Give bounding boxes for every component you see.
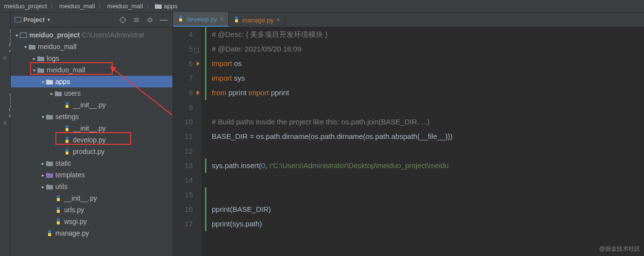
crumb-2[interactable]: meiduo_mall (107, 2, 143, 10)
tree-urls-py[interactable]: urls.py (11, 204, 172, 216)
tree-users[interactable]: ▸users (11, 87, 172, 99)
tree-root[interactable]: ▾ meiduo_project C:\Users\Administrat (11, 29, 172, 41)
tree-init-settings[interactable]: __init__.py (11, 122, 172, 134)
svg-rect-9 (20, 33, 26, 37)
folder-icon (28, 43, 36, 51)
editor-tabs: develop.py× manage.py× (173, 13, 644, 27)
python-file-icon (63, 148, 71, 155)
tree-logs[interactable]: ▸logs (11, 52, 172, 64)
folder-icon (155, 3, 162, 9)
watermark: @掘金技术社区 (599, 245, 640, 253)
tree-manage-py[interactable]: manage.py (11, 227, 172, 239)
tree-product-py[interactable]: product.py (11, 146, 172, 157)
python-file-icon (234, 17, 239, 24)
project-panel: Project ▼ — ▾ meiduo_project C:\Users\Ad… (11, 13, 173, 256)
editor-area: develop.py× manage.py× 45678910111213141… (173, 13, 644, 256)
tree-init-apps[interactable]: __init__.py (11, 99, 172, 111)
python-file-icon (63, 124, 71, 132)
tree-meiduo-mall-inner[interactable]: ▾meiduo_mall (11, 64, 172, 76)
line-gutter[interactable]: 4567891011121314151617 (173, 27, 202, 256)
python-file-icon (178, 16, 184, 23)
project-icon (15, 17, 21, 22)
python-file-icon (54, 194, 62, 202)
tab-develop[interactable]: develop.py× (173, 12, 229, 27)
svg-rect-1 (15, 17, 21, 22)
svg-point-2 (120, 17, 125, 22)
code-content[interactable]: # @Desc: { 美多项目开发环境模块 }# @Date: 2021/05/… (202, 27, 644, 256)
templates-folder-icon (46, 171, 53, 179)
crumb-sep: 〉 (50, 2, 56, 11)
tree-init-mall[interactable]: __init__.py (11, 192, 172, 204)
python-file-icon (63, 101, 71, 109)
folder-icon (54, 89, 62, 97)
hide-panel-icon[interactable]: — (159, 15, 169, 25)
tree-settings[interactable]: ▾settings (11, 111, 172, 122)
locate-icon[interactable] (118, 15, 128, 25)
python-file-icon (46, 229, 53, 237)
crumb-1[interactable]: meiduo_mall (59, 2, 95, 10)
project-tree[interactable]: ▾ meiduo_project C:\Users\Administrat ▾m… (11, 27, 172, 256)
rail-dot-icon (3, 121, 6, 124)
module-icon (19, 31, 27, 39)
folder-icon (46, 78, 53, 85)
rail-dot-icon (3, 56, 6, 59)
tree-wsgi-py[interactable]: wsgi.py (11, 216, 172, 227)
folder-icon (37, 54, 45, 62)
tree-meiduo-mall[interactable]: ▾meiduo_mall (11, 41, 172, 52)
gear-icon[interactable] (145, 15, 155, 25)
tree-static[interactable]: ▸static (11, 157, 172, 169)
crumb-3[interactable]: apps (155, 2, 177, 10)
code-editor[interactable]: 4567891011121314151617 # @Desc: { 美多项目开发… (173, 27, 644, 256)
close-icon[interactable]: × (220, 16, 223, 22)
tree-templates[interactable]: ▸templates (11, 169, 172, 181)
crumb-0[interactable]: meiduo_project (4, 2, 47, 10)
breadcrumb-bar: meiduo_project 〉 meiduo_mall 〉 meiduo_ma… (0, 0, 644, 13)
project-panel-title[interactable]: Project ▼ (15, 16, 51, 23)
tab-manage[interactable]: manage.py× (229, 13, 285, 27)
project-panel-header: Project ▼ — (11, 13, 172, 27)
collapse-all-icon[interactable] (132, 15, 141, 25)
tree-utils[interactable]: ▸utils (11, 181, 172, 192)
folder-icon (37, 66, 45, 74)
crumb-sep: 〉 (98, 2, 104, 11)
folder-icon (46, 113, 53, 120)
crumb-sep: 〉 (146, 2, 152, 11)
python-file-icon (63, 136, 71, 144)
folder-icon (46, 159, 53, 167)
folder-icon (46, 183, 53, 190)
tree-develop-py[interactable]: develop.py (11, 134, 172, 146)
left-tool-rail: 1: Project 0: Commit (0, 13, 11, 256)
python-file-icon (54, 218, 62, 225)
tree-apps[interactable]: ▾apps (11, 76, 172, 87)
svg-point-7 (149, 18, 152, 21)
close-icon[interactable]: × (276, 17, 280, 23)
python-file-icon (54, 206, 62, 214)
